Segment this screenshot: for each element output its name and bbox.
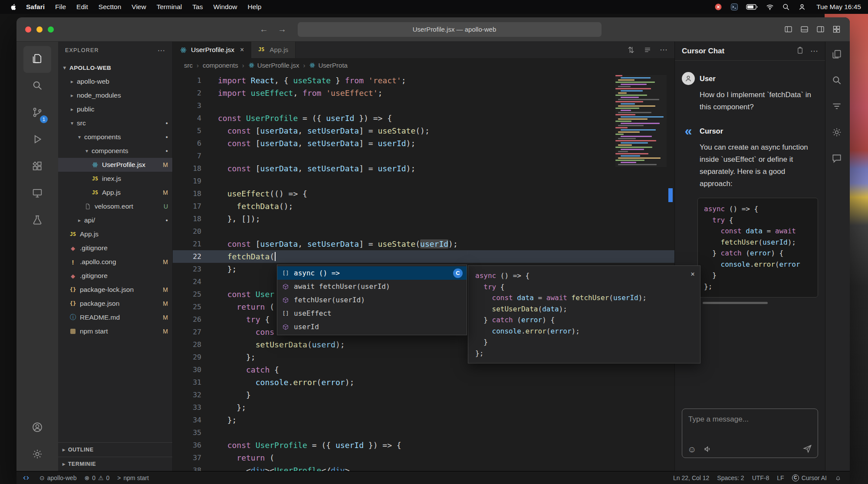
forward-icon[interactable]: → (278, 24, 286, 34)
menu-item-safari[interactable]: Safari (21, 3, 50, 11)
menu-item-edit[interactable]: Edit (71, 3, 93, 11)
menu-item-view[interactable]: View (126, 3, 151, 11)
status-eol[interactable]: LF (773, 474, 788, 481)
code-line[interactable]: 20 (173, 225, 674, 238)
voice-icon[interactable] (703, 445, 712, 454)
clipboard-icon[interactable] (796, 46, 804, 55)
code-line[interactable]: 1import React, { useState } from 'react'… (173, 74, 674, 87)
tree-item-readme-md[interactable]: ⓘREADME.mdM (58, 311, 172, 324)
tree-item-gitignore[interactable]: ◆.gitignore (58, 241, 172, 255)
wifi-icon[interactable] (766, 3, 774, 11)
activity-source-control[interactable]: 1 (23, 100, 51, 127)
suggestion-async[interactable]: []async () =>C (277, 266, 467, 280)
code-line[interactable]: 21 const [userData, setUserData] = useSt… (173, 238, 674, 250)
emoji-icon[interactable]: ☺ (687, 445, 696, 454)
breadcrumb-item-components[interactable]: components (203, 62, 238, 69)
code-line[interactable]: 18 }, []); (173, 213, 674, 225)
menu-item-help[interactable]: Help (243, 3, 267, 11)
close-tab-icon[interactable]: × (240, 46, 244, 54)
more-actions-icon[interactable]: ⋯ (660, 45, 667, 55)
menu-item-terminal[interactable]: Terminal (151, 3, 187, 11)
menu-clock[interactable]: Tue May 16:45 (816, 3, 861, 11)
tree-item-components[interactable]: ▾components● (58, 130, 172, 144)
status-cursor-ai[interactable]: C Cursor AI (788, 474, 831, 481)
code-line[interactable]: 34 }; (173, 414, 674, 426)
activity-settings[interactable] (23, 441, 51, 468)
code-line[interactable]: 2import useEffect, from 'useEffect'; (173, 87, 674, 99)
panel-filter[interactable] (831, 101, 844, 114)
apple-menu-icon[interactable] (10, 3, 17, 11)
compare-icon[interactable] (627, 46, 635, 54)
panel-comment[interactable] (831, 153, 844, 166)
tree-item-app-js[interactable]: JSApp.jsM (58, 186, 172, 199)
panel-pages[interactable] (831, 49, 844, 62)
code-line[interactable]: 4const UserProfile = ({ userId }) => { (173, 112, 674, 124)
tree-item-components[interactable]: ▾components● (58, 144, 172, 158)
tree-item-npm-start[interactable]: npm startM (58, 324, 172, 338)
code-line[interactable]: 19 (173, 175, 674, 187)
tree-item-src[interactable]: ▾src● (58, 116, 172, 130)
terminal-app-icon[interactable] (730, 3, 739, 11)
more-icon[interactable]: ⋯ (810, 46, 818, 56)
tree-item-package-json[interactable]: {}package.jsonM (58, 297, 172, 311)
tree-item-inex-js[interactable]: JSinex.js (58, 172, 172, 186)
record-stop-icon[interactable] (714, 3, 723, 11)
explorer-more-icon[interactable]: ⋯ (158, 46, 165, 55)
search-icon[interactable] (782, 3, 790, 11)
activity-explorer[interactable] (23, 46, 51, 73)
tree-item-apollo-web[interactable]: ▸apollo-web (58, 75, 172, 88)
tree-item-api[interactable]: ▸api/● (58, 213, 172, 227)
suggestion-useeffect[interactable]: []useEffect (277, 307, 467, 320)
code-line[interactable]: 37 return ( (173, 451, 674, 464)
menu-item-sectton[interactable]: Sectton (93, 3, 127, 11)
tab-userprofile-jsx[interactable]: UserProfile.jsx× (173, 42, 251, 58)
menu-item-tas[interactable]: Tas (187, 3, 208, 11)
suggestion-fetchuser-userid[interactable]: fetchUser(userId) (277, 293, 467, 307)
close-window-button[interactable] (25, 26, 31, 33)
panel-settings-gear[interactable] (831, 127, 844, 140)
battery-icon[interactable] (746, 3, 758, 11)
code-line[interactable]: 32 } (173, 389, 674, 401)
tab-app-js[interactable]: JSApp.js (251, 42, 296, 58)
tree-root-folder[interactable]: ▾APOLLO-WEB (58, 61, 172, 75)
user-icon[interactable] (798, 3, 806, 11)
activity-extensions[interactable] (23, 154, 51, 180)
activity-testing[interactable] (23, 207, 51, 234)
minimize-window-button[interactable] (36, 26, 43, 33)
breadcrumb-item-userprota[interactable]: UserProta (309, 62, 348, 69)
menu-item-window[interactable]: Window (208, 3, 242, 11)
code-line[interactable]: 22 fetchData( (173, 250, 674, 263)
breadcrumb-item-src[interactable]: src (184, 62, 193, 69)
code-line[interactable]: 30 catch { (173, 363, 674, 376)
suggestion-await-fetchuser-userid[interactable]: await fetchUser(userId) (277, 280, 467, 293)
code-line[interactable]: 31 console.error(error); (173, 376, 674, 389)
status-project[interactable]: ⊙ apollo-web (36, 471, 80, 484)
code-line[interactable]: 36 const UserProfile = ({ userId }) => { (173, 439, 674, 451)
code-line[interactable]: 6 const [userData, setUserData] = userId… (173, 137, 674, 150)
send-icon[interactable] (802, 444, 812, 454)
code-line[interactable]: 18 useEffect(() => { (173, 187, 674, 200)
status-indentation[interactable]: Spaces: 2 (713, 474, 748, 481)
chat-input-box[interactable]: ☺ (682, 409, 818, 458)
scrollbar-thumb[interactable] (668, 188, 673, 202)
code-line[interactable]: 18 const [userData, setUserData] = userI… (173, 162, 674, 175)
activity-remote-explorer[interactable] (23, 180, 51, 207)
code-line[interactable]: 3 (173, 99, 674, 112)
chat-code-scrollbar[interactable] (703, 302, 768, 304)
activity-search[interactable] (23, 73, 51, 100)
suggestion-userid[interactable]: userId (277, 320, 467, 334)
status-cursor-position[interactable]: Ln 22, Col 12 (669, 474, 713, 481)
tree-item-public[interactable]: ▸public (58, 102, 172, 116)
code-line[interactable]: 7 (173, 150, 674, 162)
tree-item-velosom-eort[interactable]: velosom.eortU (58, 199, 172, 213)
sidebar-section-terminie[interactable]: ▸TERMINIE (58, 457, 172, 471)
breadcrumb-item-userprofile-jsx[interactable]: UserProfile.jsx (248, 62, 299, 69)
code-line[interactable]: 17 fetchData(); (173, 200, 674, 213)
sidebar-section-outline[interactable]: ▸OUTLINE (58, 442, 172, 457)
activity-accounts[interactable] (23, 415, 51, 441)
code-line[interactable]: 33 }; (173, 401, 674, 414)
list-icon[interactable] (643, 46, 652, 54)
minimap[interactable] (615, 75, 667, 167)
notifications-bell-icon[interactable] (831, 474, 845, 481)
zoom-window-button[interactable] (48, 26, 54, 33)
